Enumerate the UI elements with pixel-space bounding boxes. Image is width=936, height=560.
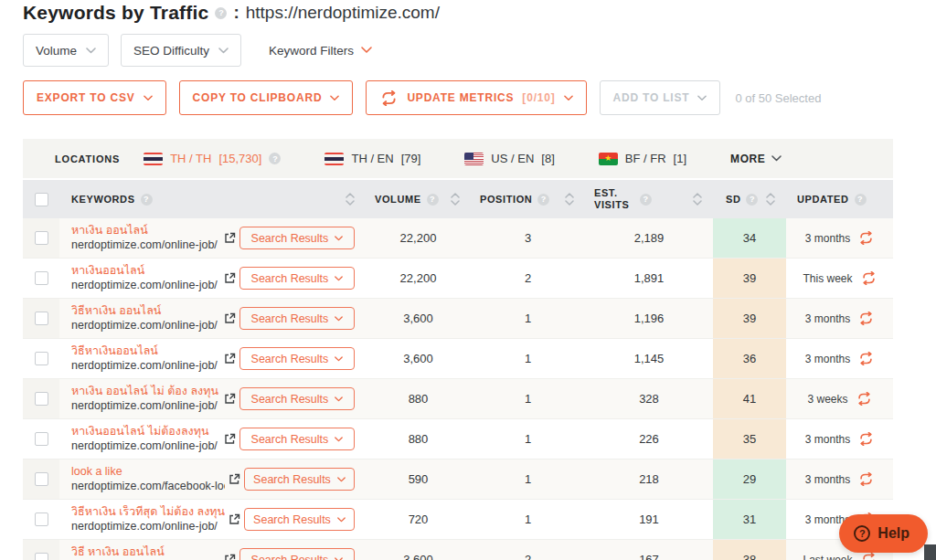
keyword-link[interactable]: หาเงิน ออนไลน์: [71, 224, 220, 238]
update-metrics-button[interactable]: UPDATE METRICS [0/10]: [366, 80, 586, 115]
refresh-row-icon[interactable]: [861, 553, 877, 560]
select-all-checkbox[interactable]: [35, 193, 48, 206]
title-separator: :: [233, 3, 239, 23]
row-checkbox[interactable]: [35, 512, 48, 526]
external-link-icon[interactable]: [224, 232, 236, 244]
help-button[interactable]: ? Help: [839, 514, 928, 553]
row-checkbox[interactable]: [35, 472, 48, 486]
keyword-link[interactable]: วิธี หาเงิน ออนไลน์: [71, 545, 220, 560]
keyword-filters-dropdown[interactable]: Keyword Filters: [269, 44, 372, 58]
sd-info-icon[interactable]: ?: [746, 194, 758, 206]
external-link-icon[interactable]: [224, 353, 236, 365]
add-to-list-button[interactable]: ADD TO LIST: [600, 80, 721, 115]
row-checkbox[interactable]: [35, 352, 48, 365]
volume-value: 22,200: [366, 218, 471, 258]
keywords-info-icon[interactable]: ?: [141, 194, 153, 206]
keyword-link[interactable]: วิธีหาเงิน เร็วที่สุด ไม่ต้อง ลงทุน: [71, 505, 225, 520]
location-label: TH / TH: [170, 152, 211, 165]
refresh-row-icon[interactable]: [858, 231, 874, 245]
external-link-icon[interactable]: [229, 473, 240, 485]
search-results-button[interactable]: Search Results: [239, 387, 355, 410]
location-label: TH / EN: [351, 152, 393, 165]
selected-count-text: 0 of 50 Selected: [735, 91, 821, 105]
row-checkbox[interactable]: [35, 553, 48, 560]
est-visits-header-label: EST. VISITS: [594, 187, 634, 211]
external-link-icon[interactable]: [224, 272, 236, 284]
row-checkbox[interactable]: [35, 271, 48, 285]
locations-more-dropdown[interactable]: MORE: [730, 153, 782, 165]
search-results-button[interactable]: Search Results: [239, 347, 355, 370]
row-checkbox[interactable]: [35, 312, 48, 325]
search-results-button[interactable]: Search Results: [239, 307, 355, 330]
sort-arrows[interactable]: [766, 193, 775, 206]
est-visits-info-icon[interactable]: ?: [640, 194, 652, 206]
location-info-icon[interactable]: ?: [269, 153, 281, 164]
external-link-icon[interactable]: [229, 513, 240, 525]
column-header-updated[interactable]: UPDATED ?: [786, 180, 893, 218]
copy-to-clipboard-button[interactable]: COPY TO CLIPBOARD: [179, 80, 354, 115]
row-checkbox[interactable]: [35, 231, 48, 245]
chevron-down-icon: [335, 396, 343, 402]
keyword-link[interactable]: look a like: [71, 465, 225, 480]
volume-filter-dropdown[interactable]: Volume: [23, 34, 109, 67]
sort-arrows[interactable]: [346, 193, 355, 206]
export-to-csv-label: EXPORT TO CSV: [37, 91, 135, 104]
refresh-row-icon[interactable]: [858, 472, 874, 486]
location-item-th-th[interactable]: TH / TH [15,730] ?: [144, 152, 281, 165]
position-value: 1: [471, 339, 585, 378]
keywords-by-traffic-page: Keywords by Traffic ? : https://nerdopti…: [0, 0, 936, 560]
search-results-button[interactable]: Search Results: [239, 548, 355, 560]
keyword-link[interactable]: วิธีหาเงิน ออนไลน์: [71, 304, 220, 319]
column-header-volume[interactable]: VOLUME ?: [366, 180, 471, 218]
update-metrics-label: UPDATE METRICS: [407, 91, 514, 104]
updated-info-icon[interactable]: ?: [855, 194, 867, 206]
sort-arrows[interactable]: [565, 193, 574, 206]
location-item-us-en[interactable]: US / EN [8]: [464, 152, 554, 165]
sort-arrows[interactable]: [693, 193, 702, 206]
volume-info-icon[interactable]: ?: [427, 194, 439, 206]
refresh-row-icon[interactable]: [861, 271, 877, 285]
search-results-button[interactable]: Search Results: [239, 428, 355, 450]
seo-difficulty-filter-dropdown[interactable]: SEO Difficulty: [121, 34, 241, 67]
external-link-icon[interactable]: [224, 554, 236, 560]
refresh-row-icon[interactable]: [858, 432, 874, 446]
keyword-link[interactable]: หาเงินออนไลน์: [71, 264, 220, 279]
volume-header-label: VOLUME: [375, 194, 421, 205]
search-results-button[interactable]: Search Results: [239, 267, 355, 290]
keyword-link[interactable]: วิธีหาเงินออนไลน์: [71, 344, 220, 359]
search-results-button[interactable]: Search Results: [239, 227, 355, 249]
sort-arrows[interactable]: [451, 193, 460, 206]
keyword-url: nerdoptimize.com/online-job/: [71, 359, 220, 374]
location-item-bf-fr[interactable]: ★ BF / FR [1]: [599, 152, 686, 165]
export-to-csv-button[interactable]: EXPORT TO CSV: [23, 80, 166, 115]
column-header-position[interactable]: POSITION ?: [471, 180, 585, 218]
title-info-icon[interactable]: ?: [215, 7, 227, 19]
chevron-down-icon: [335, 276, 343, 281]
refresh-row-icon[interactable]: [856, 392, 872, 406]
sd-cell: 39: [713, 259, 786, 298]
keyword-url: nerdoptimize.com/facebook-loo...: [71, 480, 225, 494]
column-header-keywords[interactable]: KEYWORDS ?: [59, 180, 366, 218]
column-header-sd[interactable]: SD ?: [713, 180, 786, 218]
updated-value: 3 months: [805, 473, 850, 486]
external-link-icon[interactable]: [224, 433, 236, 445]
search-results-button[interactable]: Search Results: [244, 508, 355, 531]
table-body: หาเงิน ออนไลน์ nerdoptimize.com/online-j…: [23, 218, 893, 560]
position-value: 1: [471, 299, 585, 338]
keyword-link[interactable]: หาเงิน ออนไลน์ ไม่ ต้อง ลงทุน: [71, 385, 220, 399]
column-header-est-visits[interactable]: EST. VISITS ?: [585, 180, 713, 218]
position-value: 1: [471, 419, 585, 459]
external-link-icon[interactable]: [224, 312, 236, 324]
updated-value: 3 months: [805, 433, 850, 446]
row-checkbox[interactable]: [35, 432, 48, 446]
action-bar: EXPORT TO CSV COPY TO CLIPBOARD UPDATE M…: [23, 80, 821, 115]
keyword-url: nerdoptimize.com/online-job/: [71, 520, 225, 534]
keyword-link[interactable]: หาเงินออนไลน์ ไม่ต้องลงทุน: [71, 425, 220, 439]
location-item-th-en[interactable]: TH / EN [79]: [324, 152, 420, 165]
refresh-row-icon[interactable]: [858, 312, 874, 325]
position-info-icon[interactable]: ?: [537, 194, 549, 206]
search-results-button[interactable]: Search Results: [244, 468, 355, 491]
row-checkbox[interactable]: [35, 392, 48, 406]
external-link-icon[interactable]: [224, 393, 236, 405]
refresh-row-icon[interactable]: [858, 352, 874, 365]
